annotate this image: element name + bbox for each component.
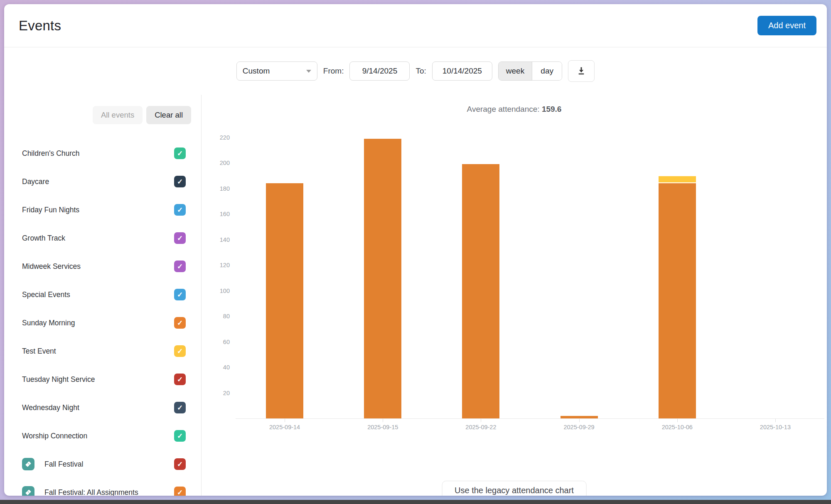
event-row: Midweek Services✓ (4, 252, 201, 280)
event-checkbox[interactable]: ✓ (174, 487, 186, 496)
y-axis-tick-label: 100 (204, 288, 230, 294)
event-row: Fall Festival✓ (4, 450, 201, 478)
from-date-input[interactable] (349, 61, 410, 81)
x-axis-tick (383, 419, 383, 422)
legacy-chart-button[interactable]: Use the legacy attendance chart (442, 481, 587, 496)
ticket-icon (22, 486, 34, 496)
attendance-chart-area: Average attendance: 159.6 20406080100120… (202, 95, 827, 496)
download-button[interactable] (568, 60, 595, 82)
event-row: Growth Track✓ (4, 224, 201, 252)
event-label: Friday Fun Nights (22, 206, 79, 214)
event-row: Daycare✓ (4, 167, 201, 196)
bar-segment-sunday-morning (462, 164, 499, 418)
sidebar-actions: All events Clear all (4, 106, 201, 124)
x-axis-label: 2025-10-06 (662, 424, 693, 430)
filter-bar: Custom From: To: week day (4, 47, 827, 95)
event-checkbox[interactable]: ✓ (174, 204, 186, 216)
bar-segment-sunday-morning (659, 183, 696, 418)
event-row: Special Events✓ (4, 280, 201, 309)
event-label: Worship Connection (22, 432, 87, 440)
event-checkbox[interactable]: ✓ (174, 176, 186, 187)
chevron-down-icon (306, 70, 311, 73)
x-axis-label: 2025-09-29 (563, 424, 594, 430)
to-date-input[interactable] (432, 61, 492, 81)
content-area: All events Clear all Children's Church✓D… (4, 95, 827, 496)
attendance-bar[interactable] (462, 164, 499, 418)
event-checkbox[interactable]: ✓ (174, 430, 186, 442)
event-label: Fall Festival: All Assignments (44, 488, 138, 496)
x-axis-tick (481, 419, 481, 422)
event-checkbox[interactable]: ✓ (174, 148, 186, 159)
from-label: From: (323, 66, 344, 76)
event-filter-sidebar: All events Clear all Children's Church✓D… (4, 95, 202, 496)
event-checkbox[interactable]: ✓ (174, 374, 186, 385)
event-checkbox[interactable]: ✓ (174, 345, 186, 357)
x-axis-tick (775, 419, 776, 422)
event-checkbox[interactable]: ✓ (174, 232, 186, 244)
event-checkbox[interactable]: ✓ (174, 289, 186, 300)
page-header: Events Add event (4, 4, 827, 47)
average-attendance-value: 159.6 (542, 105, 562, 113)
event-label: Special Events (22, 290, 70, 299)
date-range-select-value: Custom (243, 66, 270, 76)
x-axis-label: 2025-09-15 (367, 424, 398, 430)
event-label: Midweek Services (22, 262, 81, 271)
event-label: Tuesday Night Service (22, 375, 95, 384)
download-icon (576, 66, 587, 76)
event-row: Tuesday Night Service✓ (4, 365, 201, 393)
all-events-button[interactable]: All events (93, 106, 143, 124)
y-axis-tick-label: 140 (204, 236, 230, 243)
add-event-button[interactable]: Add event (757, 16, 816, 35)
event-row: Wednesday Night✓ (4, 393, 201, 422)
attendance-bar[interactable] (364, 139, 401, 418)
attendance-bar[interactable] (561, 416, 598, 418)
event-row: Sunday Morning✓ (4, 309, 201, 337)
window-bottom-edge (0, 500, 831, 504)
event-row: Fall Festival: All Assignments✓ (4, 478, 201, 496)
event-label: Children's Church (22, 149, 80, 158)
event-label: Wednesday Night (22, 403, 79, 412)
event-row: Test Event✓ (4, 337, 201, 365)
bar-segment-sunday-morning (266, 183, 303, 418)
granularity-day-button[interactable]: day (532, 62, 562, 80)
y-axis-tick-label: 200 (204, 160, 230, 166)
bar-segment-sunday-morning (561, 416, 598, 418)
ticket-icon (22, 458, 34, 470)
date-range-select[interactable]: Custom (236, 61, 317, 81)
event-checkbox[interactable]: ✓ (174, 402, 186, 413)
event-row: Children's Church✓ (4, 139, 201, 167)
x-axis-label: 2025-09-14 (269, 424, 300, 430)
clear-all-button[interactable]: Clear all (146, 106, 191, 124)
y-axis-tick-label: 60 (204, 339, 230, 345)
x-axis-tick (579, 419, 580, 422)
x-axis-label: 2025-10-13 (760, 424, 791, 430)
event-label: Daycare (22, 177, 49, 186)
event-label: Test Event (22, 347, 56, 356)
y-axis-tick-label: 180 (204, 185, 230, 192)
attendance-bar[interactable] (266, 183, 303, 418)
x-axis-tick (285, 419, 285, 422)
y-axis-tick-label: 20 (204, 390, 230, 396)
x-axis-tick (677, 419, 678, 422)
event-label: Sunday Morning (22, 319, 75, 327)
y-axis-tick-label: 80 (204, 313, 230, 320)
y-axis-tick-label: 40 (204, 364, 230, 371)
bar-segment-sunday-morning (364, 139, 401, 418)
event-row: Worship Connection✓ (4, 422, 201, 450)
event-label: Growth Track (22, 234, 65, 243)
bar-chart-plot: 204060801001201401601802002202025-09-142… (236, 125, 824, 419)
granularity-week-button[interactable]: week (499, 62, 532, 80)
event-checkbox[interactable]: ✓ (174, 458, 186, 470)
event-row: Friday Fun Nights✓ (4, 196, 201, 224)
page-title: Events (19, 18, 61, 34)
average-attendance-label: Average attendance: (467, 105, 540, 113)
bar-segment-test-event (659, 176, 696, 182)
x-axis-label: 2025-09-22 (465, 424, 496, 430)
to-label: To: (416, 66, 426, 76)
y-axis-tick-label: 120 (204, 262, 230, 268)
event-checkbox[interactable]: ✓ (174, 261, 186, 272)
event-checkbox[interactable]: ✓ (174, 317, 186, 329)
events-page-card: Events Add event Custom From: To: week d… (4, 4, 827, 496)
attendance-bar[interactable] (659, 176, 696, 418)
event-label: Fall Festival (44, 460, 83, 469)
